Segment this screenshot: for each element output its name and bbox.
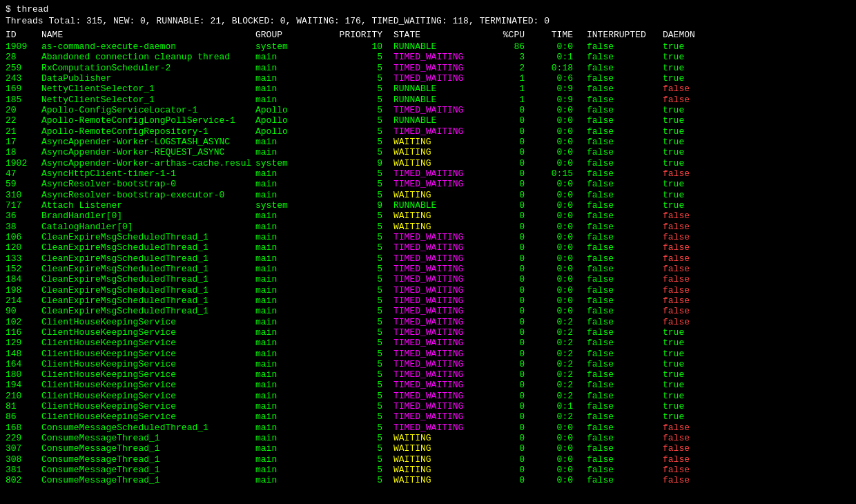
table-row: 243 DataPublisher main 5 TIMED_WAITING 1…: [6, 73, 850, 84]
cell-daemon: false: [663, 211, 704, 221]
table-row: 17 AsyncAppender-Worker-LOGSTASH_ASYNC m…: [6, 137, 850, 147]
table-row: 185 NettyClientSelector_1 main 5 RUNNABL…: [6, 95, 850, 105]
cell-priority: 5: [338, 105, 393, 115]
cell-cpu: 0: [490, 211, 532, 221]
cell-name: CleanExpireMsgScheduledThread_1: [41, 285, 255, 295]
cell-daemon: false: [663, 285, 704, 295]
cell-priority: 5: [338, 232, 393, 242]
cell-name: ClientHouseKeepingService: [41, 359, 255, 369]
cell-state: TIMED_WAITING: [393, 52, 490, 62]
cell-time: 0:0: [532, 465, 587, 475]
cell-time: 0:0: [532, 423, 587, 433]
cell-interrupted: false: [587, 369, 663, 380]
cell-interrupted: false: [587, 359, 663, 369]
table-row: 102 ClientHouseKeepingService main 5 TIM…: [6, 317, 850, 327]
cell-id: 38: [6, 222, 41, 232]
cell-group: main: [255, 147, 338, 157]
cell-priority: 5: [338, 369, 393, 380]
cell-id: 1909: [6, 41, 41, 52]
cell-priority: 5: [338, 179, 393, 189]
table-row: 129 ClientHouseKeepingService main 5 TIM…: [6, 338, 850, 348]
cell-group: main: [255, 338, 338, 348]
cell-name: AsyncResolver-bootstrap-0: [41, 179, 255, 189]
table-row: 194 ClientHouseKeepingService main 5 TIM…: [6, 380, 850, 390]
cell-state: TIMED_WAITING: [393, 380, 490, 390]
cell-cpu: 0: [490, 295, 532, 306]
cell-time: 0:0: [532, 253, 587, 264]
cell-time: 0:0: [532, 433, 587, 443]
cell-interrupted: false: [587, 317, 663, 327]
cell-group: main: [255, 190, 338, 200]
cell-id: 310: [6, 190, 41, 200]
cell-group: main: [255, 359, 338, 369]
cell-state: TIMED_WAITING: [393, 63, 490, 73]
cell-id: 28: [6, 52, 41, 62]
cell-group: main: [255, 306, 338, 316]
cell-name: ClientHouseKeepingService: [41, 327, 255, 338]
cell-cpu: 0: [490, 391, 532, 401]
cell-cpu: 86: [490, 41, 532, 52]
cell-time: 0:2: [532, 349, 587, 359]
cell-time: 0:0: [532, 41, 587, 52]
cell-time: 0:1: [532, 52, 587, 62]
cell-daemon: false: [663, 465, 704, 475]
cell-state: TIMED_WAITING: [393, 285, 490, 295]
cell-id: 308: [6, 454, 41, 465]
cell-name: ConsumeMessageThread_1: [41, 475, 255, 485]
cell-interrupted: false: [587, 443, 663, 454]
cell-interrupted: false: [587, 401, 663, 411]
cell-interrupted: false: [587, 338, 663, 348]
cell-cpu: 1: [490, 84, 532, 94]
cell-id: 21: [6, 126, 41, 137]
cell-priority: 5: [338, 465, 393, 475]
cell-name: NettyClientSelector_1: [41, 84, 255, 94]
cell-cpu: 0: [490, 433, 532, 443]
cell-priority: 5: [338, 338, 393, 348]
cell-group: main: [255, 84, 338, 94]
cell-interrupted: false: [587, 105, 663, 115]
cell-id: 198: [6, 285, 41, 295]
cell-priority: 5: [338, 211, 393, 221]
cell-daemon: false: [663, 95, 704, 105]
header-row: ID NAME GROUP PRIORITY STATE %CPU TIME I…: [6, 30, 850, 40]
table-row: 47 AsyncHttpClient-timer-1-1 main 5 TIME…: [6, 168, 850, 179]
cell-interrupted: false: [587, 285, 663, 295]
cell-id: 717: [6, 200, 41, 211]
cell-daemon: true: [663, 391, 704, 401]
cell-name: ClientHouseKeepingService: [41, 391, 255, 401]
table-row: 168 ConsumeMessageScheduledThread_1 main…: [6, 423, 850, 433]
cell-name: CleanExpireMsgScheduledThread_1: [41, 295, 255, 306]
cell-daemon: true: [663, 137, 704, 147]
cell-time: 0:0: [532, 158, 587, 168]
cell-interrupted: false: [587, 179, 663, 189]
cell-group: main: [255, 433, 338, 443]
cell-interrupted: false: [587, 327, 663, 338]
cell-cpu: 0: [490, 411, 532, 422]
cell-state: TIMED_WAITING: [393, 349, 490, 359]
cell-id: 81: [6, 401, 41, 411]
cell-id: 243: [6, 73, 41, 84]
cell-daemon: false: [663, 317, 704, 327]
cell-interrupted: false: [587, 158, 663, 168]
cell-cpu: 0: [490, 443, 532, 454]
table-row: 106 CleanExpireMsgScheduledThread_1 main…: [6, 232, 850, 242]
cell-priority: 5: [338, 95, 393, 105]
cell-id: 47: [6, 168, 41, 179]
cell-daemon: true: [663, 63, 704, 73]
table-row: 180 ClientHouseKeepingService main 5 TIM…: [6, 369, 850, 380]
cell-priority: 5: [338, 242, 393, 253]
cell-state: RUNNABLE: [393, 84, 490, 94]
cell-cpu: 0: [490, 454, 532, 465]
cell-priority: 5: [338, 126, 393, 137]
cell-priority: 5: [338, 52, 393, 62]
cell-cpu: 0: [490, 179, 532, 189]
cell-priority: 5: [338, 73, 393, 84]
cell-time: 0:2: [532, 359, 587, 369]
cell-cpu: 0: [490, 200, 532, 211]
cell-state: WAITING: [393, 211, 490, 221]
cell-state: TIMED_WAITING: [393, 105, 490, 115]
cell-interrupted: false: [587, 147, 663, 157]
cell-interrupted: false: [587, 475, 663, 485]
cell-daemon: false: [663, 264, 704, 274]
cell-name: AsyncHttpClient-timer-1-1: [41, 168, 255, 179]
